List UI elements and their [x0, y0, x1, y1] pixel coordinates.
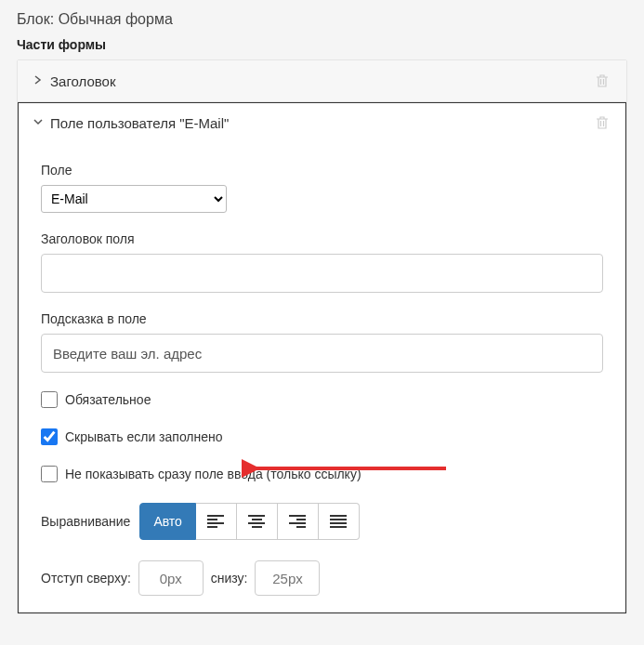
accordion-header-heading[interactable]: Заголовок: [18, 60, 626, 101]
trash-icon[interactable]: [594, 72, 611, 89]
field-title-input[interactable]: [41, 254, 603, 293]
field-title-label: Заголовок поля: [41, 231, 603, 246]
accordion-body: Поле E-Mail Заголовок поля Подсказка в п…: [18, 142, 626, 613]
accordion-panel: Заголовок Поле пользователя "E-Mail": [17, 59, 627, 614]
required-label[interactable]: Обязательное: [65, 392, 151, 407]
align-justify-icon: [330, 513, 347, 530]
align-center-icon: [248, 513, 265, 530]
align-button-group: Авто: [139, 503, 360, 540]
align-auto-button[interactable]: Авто: [139, 503, 196, 540]
align-right-button[interactable]: [278, 503, 319, 540]
placeholder-label: Подсказка в поле: [41, 311, 603, 326]
accordion-item-heading: Заголовок: [18, 60, 626, 102]
accordion-title: Заголовок: [50, 73, 594, 89]
chevron-down-icon: [33, 117, 43, 128]
margin-bottom-label: снизу:: [211, 571, 248, 586]
field-label: Поле: [41, 163, 603, 178]
field-select[interactable]: E-Mail: [41, 185, 227, 213]
placeholder-input[interactable]: [41, 334, 603, 373]
trash-icon[interactable]: [594, 114, 611, 131]
accordion-item-email: Поле пользователя "E-Mail" Поле E-Mail З…: [18, 102, 626, 613]
align-right-icon: [289, 513, 306, 530]
accordion-header-email[interactable]: Поле пользователя "E-Mail": [18, 102, 626, 142]
hide-if-filled-checkbox[interactable]: [41, 428, 58, 445]
margin-top-input[interactable]: [138, 560, 204, 596]
margin-top-label: Отступ сверху:: [41, 571, 131, 586]
align-left-button[interactable]: [196, 503, 237, 540]
accordion-title: Поле пользователя "E-Mail": [50, 115, 594, 131]
show-link-label[interactable]: Не показывать сразу поле ввода (только с…: [65, 467, 361, 481]
align-label: Выравнивание: [41, 514, 130, 529]
margin-bottom-input[interactable]: [255, 560, 320, 596]
hide-if-filled-label[interactable]: Скрывать если заполнено: [65, 429, 223, 444]
page-title: Блок: Обычная форма: [0, 0, 644, 37]
align-left-icon: [207, 513, 224, 530]
required-checkbox[interactable]: [41, 391, 58, 408]
show-link-checkbox[interactable]: [41, 466, 58, 482]
align-justify-button[interactable]: [319, 503, 360, 540]
chevron-right-icon: [33, 75, 43, 86]
align-center-button[interactable]: [237, 503, 278, 540]
section-label: Части формы: [0, 37, 644, 59]
